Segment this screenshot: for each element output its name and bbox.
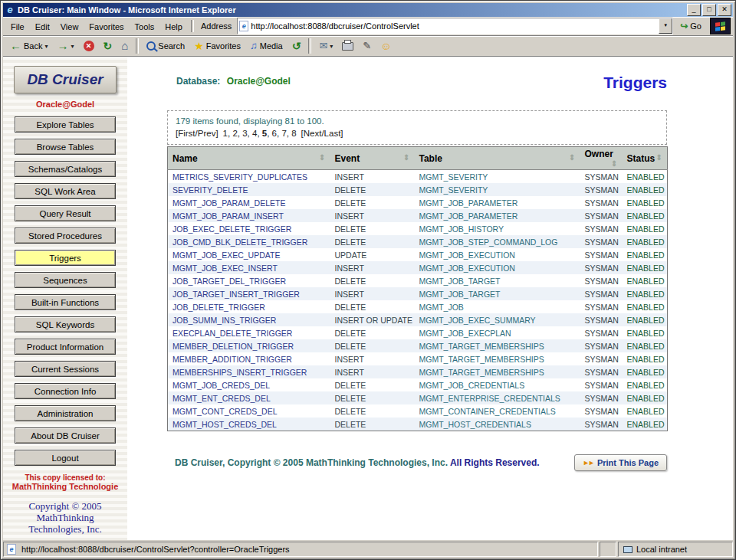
forward-button[interactable]: → ▾ [53,38,77,54]
sidebar-item-triggers[interactable]: Triggers [15,250,116,266]
cell-name[interactable]: MEMBERSHIPS_INSERT_TRIGGER [168,365,330,378]
sidebar-item-schemas-catalogs[interactable]: Schemas/Catalogs [15,161,116,177]
address-bar[interactable]: e ▼ [237,18,673,34]
column-label: Name [172,153,198,164]
refresh-button[interactable]: ↻ [100,38,117,54]
close-button[interactable]: ✕ [718,4,731,16]
column-header-owner[interactable]: Owner⇕ [580,147,623,170]
license-line-2: MathThinking Technologie [3,482,127,491]
edit-page-button[interactable]: ✎ [359,38,375,54]
cell-status: ENABLED [623,326,668,339]
history-button[interactable]: ↺ [288,38,305,54]
cell-name[interactable]: JOB_EXEC_DELETE_TRIGGER [168,222,330,235]
sidebar-item-explore-tables[interactable]: Explore Tables [15,116,116,133]
cell-name[interactable]: MGMT_ENT_CREDS_DEL [168,391,330,404]
page-link-3[interactable]: 3 [242,129,247,138]
search-button[interactable]: Search [143,38,189,54]
cell-owner: SYSMAN [580,352,623,365]
sidebar-item-stored-procedures[interactable]: Stored Procedures [15,228,116,244]
favorites-button[interactable]: ★ Favorites [190,38,245,54]
cell-name[interactable]: JOB_TARGET_INSERT_TRIGGER [168,287,330,300]
sidebar-item-sequences[interactable]: Sequences [15,272,116,288]
copyright-line-3: Technologies, Inc. [3,523,127,535]
sidebar-item-about-db-cruiser[interactable]: About DB Cruiser [15,427,116,444]
sidebar-item-sql-work-area[interactable]: SQL Work Area [15,183,116,199]
cell-name[interactable]: MGMT_JOB_CREDS_DEL [168,378,330,391]
print-this-page-button[interactable]: ►► Print This Page [574,454,667,471]
cell-name[interactable]: EXECPLAN_DELETE_TRIGGER [168,326,330,339]
cell-owner: SYSMAN [580,248,623,261]
page-link-2[interactable]: 2 [232,129,237,138]
mail-button[interactable]: ✉ ▾ [315,38,337,54]
sidebar-item-connection-info[interactable]: Connection Info [15,383,116,399]
cell-name[interactable]: MGMT_CONT_CREDS_DEL [168,404,330,418]
page-link-8[interactable]: 8 [291,129,296,138]
back-button[interactable]: ← Back ▾ [6,38,51,54]
page-link-7[interactable]: 7 [281,129,286,138]
home-button[interactable]: ⌂ [117,38,132,54]
menu-view[interactable]: View [55,21,84,33]
sidebar-item-browse-tables[interactable]: Browse Tables [15,139,116,155]
messenger-button[interactable]: ☺ [376,38,395,54]
cell-name[interactable]: METRICS_SEVERITY_DUPLICATES [168,170,330,184]
table-row: MEMBER_DELETION_TRIGGERDELETEMGMT_TARGET… [168,339,668,352]
menu-file[interactable]: File [5,21,30,33]
menu-separator [191,20,194,32]
cell-name[interactable]: MGMT_JOB_PARAM_INSERT [168,209,330,222]
cell-owner: SYSMAN [580,261,623,274]
address-dropdown-button[interactable]: ▼ [659,18,672,34]
cell-name[interactable]: JOB_TARGET_DEL_TRIGGER [168,274,330,287]
mail-dropdown-icon: ▾ [330,43,333,50]
page-link-4[interactable]: 4 [252,129,257,138]
cell-name[interactable]: MGMT_JOB_EXEC_UPDATE [168,248,330,261]
cell-name[interactable]: MGMT_JOB_EXEC_INSERT [168,261,330,274]
cell-owner: SYSMAN [580,404,623,418]
cell-name[interactable]: JOB_DELETE_TRIGGER [168,300,330,313]
cell-table: MGMT_JOB_TARGET [415,287,580,300]
cell-name[interactable]: JOB_SUMM_INS_TRIGGER [168,313,330,326]
column-label: Table [419,153,442,164]
column-header-status[interactable]: Status⇕ [623,147,668,170]
go-button[interactable]: ↪ Go [675,19,707,33]
cell-owner: SYSMAN [580,274,623,287]
table-row: JOB_SUMM_INS_TRIGGERINSERT OR UPDATEMGMT… [168,313,668,326]
cell-name[interactable]: MGMT_HOST_CREDS_DEL [168,418,330,431]
sidebar-copyright: Copyright © 2005 MathThinking Technologi… [3,500,127,535]
print-arrows-icon: ►► [583,459,593,467]
cell-name[interactable]: SEVERITY_DELETE [168,183,330,196]
menu-edit[interactable]: Edit [30,21,55,33]
page-link-6[interactable]: 6 [272,129,277,138]
cell-name[interactable]: MEMBER_DELETION_TRIGGER [168,339,330,352]
table-row: MGMT_CONT_CREDS_DELDELETEMGMT_CONTAINER_… [168,404,668,418]
sidebar-item-product-information[interactable]: Product Information [15,339,116,355]
table-row: MGMT_JOB_EXEC_UPDATEUPDATEMGMT_JOB_EXECU… [168,248,668,261]
maximize-button[interactable]: □ [702,4,716,16]
cell-name[interactable]: JOB_CMD_BLK_DELETE_TRIGGER [168,235,330,248]
column-header-event[interactable]: Event⇕ [330,147,415,170]
sidebar-item-sql-keywords[interactable]: SQL Keywords [15,316,116,332]
cell-name[interactable]: MGMT_JOB_PARAM_DELETE [168,196,330,209]
sidebar-item-current-sessions[interactable]: Current Sessions [15,361,116,377]
column-header-name[interactable]: Name⇕ [168,147,330,170]
page-link-1[interactable]: 1 [223,129,228,138]
column-header-table[interactable]: Table⇕ [415,147,580,170]
next-last-link[interactable]: [Next/Last] [301,129,343,138]
print-toolbar-button[interactable] [338,38,357,54]
table-header-row: Name⇕Event⇕Table⇕Owner⇕Status⇕ [168,147,668,170]
minimize-button[interactable]: _ [687,4,701,16]
cell-name[interactable]: MEMBER_ADDITION_TRIGGER [168,352,330,365]
first-prev-link[interactable]: [First/Prev] [176,129,219,138]
address-input[interactable] [251,20,659,32]
cell-owner: SYSMAN [580,378,623,391]
cell-status: ENABLED [623,365,668,378]
menu-tools[interactable]: Tools [130,21,160,33]
table-row: MGMT_HOST_CREDS_DELDELETEMGMT_HOST_CREDE… [168,418,668,431]
menu-favorites[interactable]: Favorites [84,21,129,33]
sidebar-item-administration[interactable]: Administration [15,405,116,421]
sidebar-item-query-result[interactable]: Query Result [15,205,116,221]
menu-help[interactable]: Help [159,21,188,33]
stop-button[interactable]: ✕ [80,38,98,54]
sidebar-item-logout[interactable]: Logout [15,450,116,466]
media-button[interactable]: ♫ Media [246,38,287,54]
sidebar-item-built-in-functions[interactable]: Built-in Functions [15,294,116,310]
